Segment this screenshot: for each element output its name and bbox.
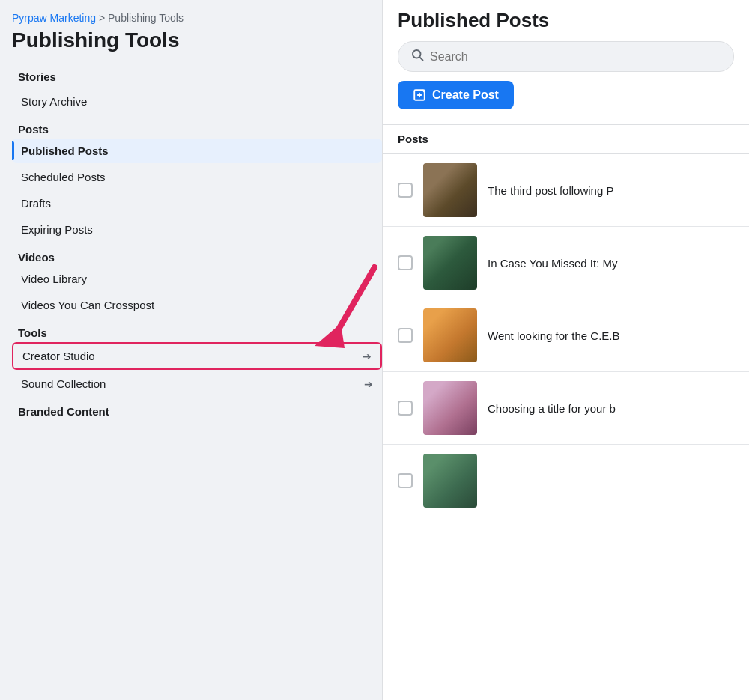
sidebar-item-videos-crosspost[interactable]: Videos You Can Crosspost [12, 293, 382, 317]
sidebar-item-scheduled-posts[interactable]: Scheduled Posts [12, 165, 382, 189]
post-thumbnail-3 [423, 308, 477, 362]
main-panel: Published Posts Create Post Posts [382, 0, 749, 700]
main-title: Published Posts [398, 9, 734, 32]
external-link-icon: ➔ [363, 350, 372, 362]
sidebar: Pyrpaw Marketing > Publishing Tools Publ… [0, 0, 382, 700]
creator-studio-label: Creator Studio [22, 350, 95, 362]
post-text-3: Went looking for the C.E.B [488, 329, 734, 342]
section-header-tools: Tools [12, 326, 382, 339]
post-checkbox-2[interactable] [398, 255, 413, 270]
breadcrumb-current: Publishing Tools [108, 12, 184, 24]
create-post-button[interactable]: Create Post [398, 81, 514, 109]
breadcrumb: Pyrpaw Marketing > Publishing Tools [12, 12, 382, 24]
search-icon [410, 48, 424, 65]
post-thumbnail-5 [423, 454, 477, 508]
section-header-posts: Posts [12, 123, 382, 136]
section-header-videos: Videos [12, 251, 382, 264]
create-post-label: Create Post [432, 88, 499, 102]
post-text-1: The third post following P [488, 184, 734, 197]
sidebar-item-drafts[interactable]: Drafts [12, 191, 382, 216]
table-row[interactable]: Went looking for the C.E.B [383, 299, 749, 372]
post-checkbox-1[interactable] [398, 183, 413, 198]
table-row[interactable]: The third post following P [383, 154, 749, 227]
breadcrumb-separator: > [99, 12, 108, 24]
post-checkbox-4[interactable] [398, 401, 413, 416]
main-header: Published Posts Create Post [383, 0, 749, 125]
post-thumbnail-1 [423, 163, 477, 217]
create-post-icon [413, 88, 426, 102]
post-thumbnail-2 [423, 236, 477, 290]
sidebar-item-creator-studio[interactable]: Creator Studio ➔ [12, 342, 382, 370]
post-checkbox-3[interactable] [398, 328, 413, 343]
post-thumbnail-4 [423, 381, 477, 435]
post-text-2: In Case You Missed It: My [488, 257, 734, 270]
table-row[interactable] [383, 445, 749, 517]
breadcrumb-brand[interactable]: Pyrpaw Marketing [12, 12, 96, 24]
sidebar-item-video-library[interactable]: Video Library [12, 267, 382, 291]
sound-collection-label: Sound Collection [21, 377, 106, 390]
sidebar-item-sound-collection[interactable]: Sound Collection ➔ [12, 371, 382, 396]
svg-line-3 [419, 57, 422, 60]
external-link-icon-2: ➔ [364, 378, 373, 390]
post-checkbox-5[interactable] [398, 473, 413, 488]
table-header-posts: Posts [383, 125, 749, 154]
sidebar-item-published-posts[interactable]: Published Posts [12, 139, 382, 163]
sidebar-item-expiring-posts[interactable]: Expiring Posts [12, 217, 382, 242]
table-row[interactable]: Choosing a title for your b [383, 372, 749, 445]
post-text-4: Choosing a title for your b [488, 402, 734, 415]
table-row[interactable]: In Case You Missed It: My [383, 227, 749, 299]
search-input[interactable] [430, 50, 721, 64]
search-bar[interactable] [398, 41, 734, 72]
section-header-stories: Stories [12, 70, 382, 83]
section-header-branded-content: Branded Content [12, 405, 382, 418]
page-title: Publishing Tools [12, 28, 382, 52]
sidebar-item-story-archive[interactable]: Story Archive [12, 89, 382, 114]
